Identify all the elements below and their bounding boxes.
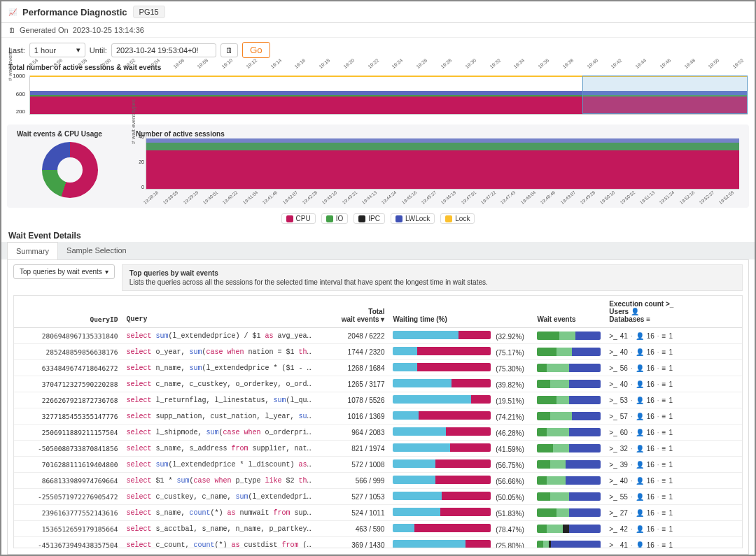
- legend-item[interactable]: IPC: [354, 213, 385, 224]
- table-row[interactable]: 7016288111619404800select sum(l_extended…: [14, 457, 742, 473]
- database-icon: ≡: [662, 493, 666, 501]
- database-icon: ≡: [662, 525, 666, 533]
- user-icon: 👤: [631, 308, 639, 315]
- database-icon: ≡: [662, 429, 666, 436]
- user-icon: 👤: [636, 413, 644, 420]
- terminal-icon: >_: [609, 445, 617, 452]
- database-icon: ≡: [646, 315, 650, 323]
- terminal-icon: >_: [609, 429, 617, 436]
- user-icon: 👤: [636, 332, 644, 340]
- chart-legend: CPUIOIPCLWLockLock: [1, 211, 755, 227]
- table-row[interactable]: -4513673949438357504select c_count, coun…: [14, 537, 742, 549]
- time-brush[interactable]: [582, 76, 748, 114]
- terminal-icon: >_: [609, 461, 617, 469]
- page-header: 📈 Performance Diagnostic PG15: [1, 1, 755, 23]
- terminal-icon: >_: [609, 332, 617, 340]
- terminal-icon: >_: [609, 348, 617, 356]
- terminal-icon: >_: [666, 300, 673, 308]
- chevron-down-icon: ▾: [105, 268, 108, 276]
- user-icon: 👤: [636, 541, 644, 549]
- legend-item[interactable]: IO: [321, 213, 349, 224]
- active-sessions-chart[interactable]: Number of active sessions # wait event t…: [133, 127, 742, 205]
- legend-item[interactable]: LWLock: [391, 213, 435, 224]
- tab-body: Top queries by wait events ▾ Top queries…: [7, 259, 749, 555]
- chart-icon: 📈: [8, 8, 17, 16]
- col-query[interactable]: Query: [122, 296, 316, 328]
- col-total-wait[interactable]: Total wait events ▾: [316, 296, 388, 328]
- calendar-button[interactable]: 🗓: [220, 43, 238, 57]
- user-icon: 👤: [636, 509, 644, 517]
- terminal-icon: >_: [609, 413, 617, 420]
- table-row[interactable]: 2506911889211157504select l_shipmode, su…: [14, 425, 742, 441]
- database-icon: ≡: [662, 364, 666, 372]
- tab-sample[interactable]: Sample Selection: [58, 242, 135, 259]
- database-icon: ≡: [662, 509, 666, 517]
- chart-total-sessions[interactable]: # wait events 1000600200 18:5418:5618:58…: [8, 73, 748, 122]
- until-input[interactable]: 2023-10-24 19:53:04+0!: [111, 43, 216, 57]
- until-label: Until:: [90, 46, 107, 55]
- table-row[interactable]: -5050080733870841856select s_name, s_add…: [14, 441, 742, 457]
- query-table[interactable]: QueryID Query Total wait events ▾ Waitin…: [13, 295, 743, 548]
- generated-value: 2023-10-25 13:14:36: [73, 26, 144, 34]
- terminal-icon: >_: [609, 493, 617, 501]
- database-icon: ≡: [662, 380, 666, 388]
- user-icon: 👤: [636, 397, 644, 404]
- table-row[interactable]: 2396163777552143616select s_name, count(…: [14, 505, 742, 521]
- database-icon: ≡: [662, 397, 666, 404]
- calendar-icon: 🗓: [225, 46, 233, 55]
- legend-item[interactable]: CPU: [281, 213, 316, 224]
- table-row[interactable]: 3704712327590220288select c_name, c_cust…: [14, 376, 742, 392]
- donut-chart[interactable]: [42, 142, 98, 198]
- database-icon: ≡: [662, 413, 666, 420]
- database-icon: ≡: [662, 477, 666, 485]
- user-icon: 👤: [636, 380, 644, 388]
- chevron-down-icon: ▾: [76, 45, 80, 55]
- col-meta[interactable]: Execution count >_ Users 👤 Databases ≡: [605, 296, 742, 328]
- page-title: Performance Diagnostic: [22, 7, 127, 17]
- terminal-icon: >_: [609, 509, 617, 517]
- mid-panels: Wait events & CPU Usage Number of active…: [7, 124, 749, 208]
- database-icon: ≡: [662, 541, 666, 549]
- database-icon: ≡: [662, 461, 666, 469]
- user-icon: 👤: [636, 364, 644, 372]
- table-row[interactable]: 285248859856638176select o_year, sum(cas…: [14, 344, 742, 360]
- table-row[interactable]: 2806948967135331840select sum(l_extended…: [14, 328, 742, 344]
- table-row[interactable]: 3277185455355147776select supp_nation, c…: [14, 408, 742, 425]
- table-row[interactable]: 1536512659179185664select s_acctbal, s_n…: [14, 521, 742, 537]
- user-icon: 👤: [636, 348, 644, 356]
- user-icon: 👤: [636, 493, 644, 501]
- terminal-icon: >_: [609, 525, 617, 533]
- last-select[interactable]: 1 hour ▾: [29, 43, 85, 57]
- terminal-icon: >_: [609, 541, 617, 549]
- legend-item[interactable]: Lock: [440, 213, 475, 224]
- user-icon: 👤: [636, 461, 644, 469]
- col-waiting-time[interactable]: Waiting time (%): [388, 296, 533, 328]
- breadcrumb[interactable]: PG15: [133, 6, 165, 18]
- user-icon: 👤: [636, 445, 644, 452]
- terminal-icon: >_: [609, 380, 617, 388]
- user-icon: 👤: [636, 477, 644, 485]
- user-icon: 👤: [636, 429, 644, 436]
- col-queryid[interactable]: QueryID: [14, 296, 122, 328]
- view-dropdown[interactable]: Top queries by wait events ▾: [13, 264, 115, 279]
- calendar-icon: 🗓: [8, 27, 15, 34]
- wait-event-details-title: Wait Event Details: [1, 227, 755, 242]
- terminal-icon: >_: [609, 397, 617, 404]
- subheader: 🗓 Generated On 2023-10-25 13:14:36: [1, 23, 755, 38]
- table-row[interactable]: 8668133989974769664select $1 * sum(case …: [14, 473, 742, 489]
- user-icon: 👤: [636, 525, 644, 533]
- database-icon: ≡: [662, 332, 666, 340]
- table-row[interactable]: 2266267921872736768select l_returnflag, …: [14, 392, 742, 408]
- table-row[interactable]: 6334849674718646272select n_name, sum(l_…: [14, 360, 742, 376]
- view-description: Top queries by wait events Lists the que…: [122, 264, 743, 291]
- donut-title: Wait events & CPU Usage: [17, 130, 123, 138]
- database-icon: ≡: [662, 445, 666, 452]
- table-row[interactable]: -2550571972276905472select c_custkey, c_…: [14, 489, 742, 505]
- go-button[interactable]: Go: [242, 42, 270, 58]
- database-icon: ≡: [662, 348, 666, 356]
- tab-summary[interactable]: Summary: [7, 242, 58, 260]
- col-wait-events[interactable]: Wait events: [533, 296, 605, 328]
- terminal-icon: >_: [609, 364, 617, 372]
- tabs: Summary Sample Selection: [1, 242, 755, 259]
- generated-label: Generated On: [20, 26, 69, 34]
